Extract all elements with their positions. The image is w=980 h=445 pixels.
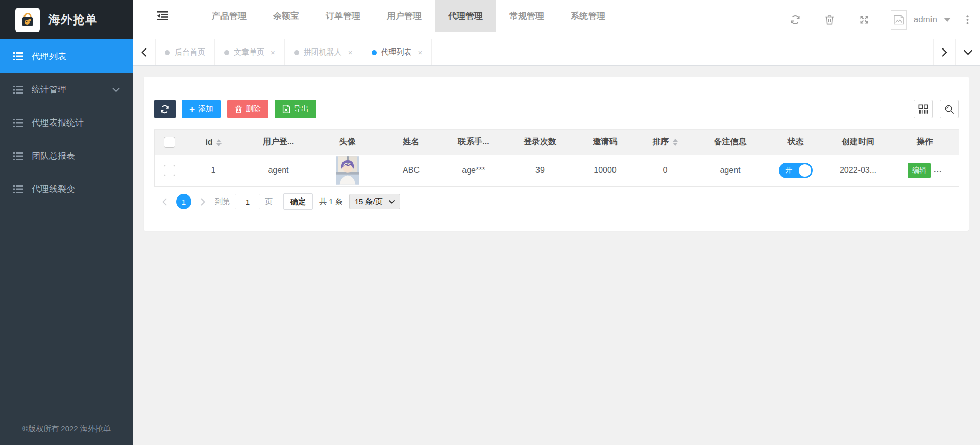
nav-item-general[interactable]: 常规管理 (496, 0, 557, 32)
sort-icon[interactable] (216, 139, 222, 146)
plus-icon: + (189, 104, 195, 114)
user-menu[interactable]: admin (891, 10, 951, 30)
sidebar-item-team-total-report[interactable]: 团队总报表 (0, 139, 133, 172)
tab-dot (372, 50, 377, 55)
nav-item-user[interactable]: 用户管理 (374, 0, 435, 32)
header-phone: 联系手... (442, 130, 506, 155)
delete-button-label: 删除 (246, 104, 261, 114)
tab-close-icon[interactable]: × (348, 48, 353, 57)
navbar-right-tools: admin (766, 0, 980, 39)
tab-label: 代理列表 (381, 47, 412, 57)
header-label: 邀请码 (593, 137, 618, 146)
nav-item-yuebao[interactable]: 余额宝 (260, 0, 312, 32)
grid-columns-icon (918, 104, 928, 114)
delete-button[interactable]: 删除 (227, 100, 268, 118)
goto-page-prefix: 到第 (215, 197, 230, 207)
more-options-icon[interactable] (966, 15, 969, 24)
cell-login-count: 39 (506, 155, 575, 187)
add-button[interactable]: + 添加 (182, 100, 221, 118)
cell-invite-code: 10000 (575, 155, 636, 187)
tab-dot (294, 50, 299, 55)
table-row[interactable]: 1 agent (155, 155, 959, 187)
header-label: 登录次数 (524, 137, 556, 146)
prev-page-icon[interactable] (157, 198, 172, 206)
sidebar-item-stats-management[interactable]: 统计管理 (0, 73, 133, 106)
username-label: admin (914, 15, 937, 25)
nav-item-label: 产品管理 (212, 10, 247, 22)
tab-agent-list[interactable]: 代理列表 × (362, 39, 432, 65)
tab-close-icon[interactable]: × (418, 48, 423, 57)
trash-icon[interactable] (825, 15, 835, 25)
sidebar-item-label: 代理表报统计 (32, 117, 84, 129)
page-number-current[interactable]: 1 (176, 194, 191, 209)
nav-item-label: 常规管理 (509, 10, 544, 22)
list-icon (13, 86, 23, 94)
cell-username: agent (243, 155, 314, 187)
goto-page-suffix: 页 (265, 197, 273, 207)
header-username: 用户登... (243, 130, 314, 155)
tab-close-icon[interactable]: × (271, 48, 275, 57)
refresh-icon[interactable] (790, 15, 800, 25)
search-icon (944, 104, 954, 114)
total-records-label: 共 1 条 (319, 197, 343, 207)
top-nav-items: 产品管理 余额宝 订单管理 用户管理 代理管理 常规管理 系统管理 (199, 0, 619, 32)
select-all-checkbox[interactable] (164, 137, 175, 148)
sidebar-toggle-icon[interactable] (157, 0, 168, 32)
nav-item-product[interactable]: 产品管理 (199, 0, 260, 32)
chevron-down-icon (112, 87, 120, 92)
nav-item-label: 余额宝 (273, 10, 299, 22)
list-icon (13, 119, 23, 127)
column-settings-button[interactable] (914, 100, 933, 118)
add-button-label: 添加 (198, 104, 213, 114)
cell-id: 1 (184, 155, 243, 187)
sidebar-item-agent-report-stats[interactable]: 代理表报统计 (0, 106, 133, 139)
avatar[interactable] (336, 156, 359, 185)
tab-dot (224, 50, 229, 55)
tab-group-robot[interactable]: 拼团机器人 × (285, 39, 362, 65)
header-label: 备注信息 (714, 137, 747, 146)
tabs-scroll-right-icon[interactable] (933, 39, 955, 65)
app-logo: 海外抢单 (0, 0, 133, 39)
page-size-value: 15 条/页 (355, 197, 383, 207)
status-toggle[interactable]: 开 (779, 163, 813, 178)
header-label: 状态 (788, 137, 804, 146)
goto-confirm-button[interactable]: 确定 (283, 193, 313, 210)
row-checkbox[interactable] (164, 165, 175, 176)
tabs-collapse-icon[interactable] (955, 39, 980, 65)
header-label: 创建时间 (842, 137, 874, 146)
header-id[interactable]: id (184, 130, 243, 155)
sidebar-menu: 代理列表 统计管理 代理表报统计 团队总报表 (0, 39, 133, 206)
header-invite-code: 邀请码 (575, 130, 636, 155)
cell-created: 2022-03... (825, 155, 891, 187)
header-label: 用户登... (263, 137, 294, 146)
page-size-select[interactable]: 15 条/页 (349, 194, 400, 209)
brand-title: 海外抢单 (48, 12, 97, 28)
sort-icon[interactable] (673, 139, 678, 146)
refresh-button[interactable] (154, 100, 176, 118)
tab-label: 文章单页 (234, 47, 264, 57)
header-label: id (205, 138, 212, 146)
tab-label: 拼团机器人 (304, 47, 342, 57)
nav-item-agent[interactable]: 代理管理 (435, 0, 496, 32)
tab-article-page[interactable]: 文章单页 × (215, 39, 285, 65)
export-button[interactable]: 导出 (275, 100, 316, 118)
nav-item-order[interactable]: 订单管理 (312, 0, 374, 32)
sidebar-item-label: 团队总报表 (32, 150, 75, 162)
tab-home[interactable]: 后台首页 (156, 39, 215, 65)
sidebar-item-agent-line-fission[interactable]: 代理线裂变 (0, 172, 133, 206)
header-actions: 操作 (891, 130, 959, 155)
edit-button[interactable]: 编辑 (908, 163, 931, 178)
sidebar-item-agent-list[interactable]: 代理列表 (0, 39, 133, 73)
chevron-down-icon (389, 200, 395, 204)
sidebar: 海外抢单 代理列表 统计管理 代理表报统计 (0, 0, 133, 445)
goto-page-input[interactable] (235, 194, 260, 209)
fullscreen-icon[interactable] (859, 15, 869, 25)
tabs-scroll-left-icon[interactable] (133, 39, 156, 65)
next-page-icon[interactable] (195, 198, 210, 206)
more-actions[interactable]: ... (934, 165, 942, 174)
list-icon (13, 185, 23, 193)
search-button[interactable] (940, 100, 959, 118)
header-sort[interactable]: 排序 (636, 130, 695, 155)
tabbar-spacer (432, 39, 933, 65)
nav-item-system[interactable]: 系统管理 (557, 0, 619, 32)
